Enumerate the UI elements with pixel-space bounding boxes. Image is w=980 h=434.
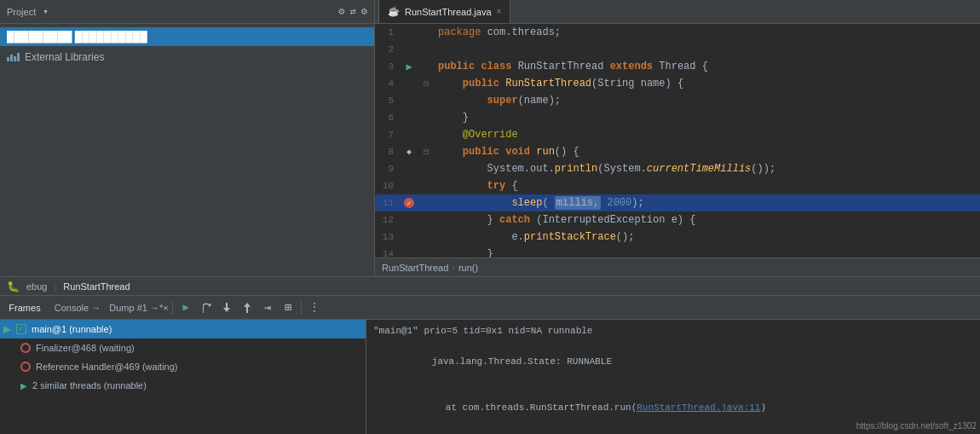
- external-libraries-label: External Libraries: [25, 51, 104, 63]
- sidebar-highlighted-item[interactable]: █████████ ██████████: [0, 27, 374, 46]
- step-out-icon: [240, 301, 254, 315]
- console-at-1-prefix: at com.threads.RunStartThread.run(: [418, 402, 637, 413]
- run-icon-3: ▶: [406, 61, 412, 73]
- gear2-icon[interactable]: ⚙: [361, 5, 367, 18]
- filter-icon: F: [16, 324, 26, 334]
- thread-waiting-icon-finalizer: [20, 343, 31, 353]
- frame-similar-text: 2 similar threads (runnable): [32, 380, 147, 391]
- code-content-11: sleep( millis, 2000);: [435, 197, 644, 209]
- debug-separator-1: |: [54, 281, 56, 292]
- code-line-7: 7 @Override: [375, 126, 980, 143]
- code-content-1: package com.threads;: [435, 26, 561, 38]
- console-link-run[interactable]: RunStartThread.java:11: [637, 402, 760, 413]
- green-arrow-icon: ▶: [3, 323, 11, 335]
- fold-icon-8: ⊟: [424, 147, 429, 157]
- frame-item-reference-handler[interactable]: Reference Handler@469 (waiting): [0, 357, 366, 376]
- settings-icon[interactable]: ⚙: [338, 5, 344, 18]
- console-tab[interactable]: Console →: [48, 299, 107, 316]
- fold-icon-4: ⊟: [424, 78, 429, 89]
- step-into-icon: [220, 301, 233, 315]
- evaluate-button[interactable]: ⊞: [279, 299, 297, 316]
- code-editor: 1 package com.threads; 2 3 ▶ public clas…: [375, 24, 980, 276]
- frame-item-finalizer[interactable]: Finalizer@468 (waiting): [0, 339, 366, 357]
- toolbar-sep-1: [172, 301, 173, 315]
- debug-point-icon-8: ◆: [406, 147, 412, 157]
- thread-waiting-icon-refhandler: [20, 362, 31, 372]
- debug-icon: 🐛: [7, 281, 20, 292]
- code-line-10: 10 try {: [375, 177, 980, 194]
- line-num-12: 12: [375, 215, 401, 225]
- code-lines: 1 package com.threads; 2 3 ▶ public clas…: [375, 24, 980, 258]
- main-area: █████████ ██████████ External Libraries …: [0, 24, 980, 276]
- debug-toolbar: Frames Console → Dump #1 →*× ▶ ⇥ ⊞ ⋮: [0, 296, 980, 320]
- frames-tab[interactable]: Frames: [3, 299, 46, 316]
- code-content-5: super(name);: [435, 95, 561, 107]
- sidebar: █████████ ██████████ External Libraries: [0, 24, 375, 276]
- code-content-4: public RunStartThread(String name) {: [435, 78, 683, 90]
- bar-chart-icon: [7, 53, 20, 61]
- debug-content: ▶ F main@1 (runnable) Finalizer@468 (wai…: [0, 320, 980, 434]
- frame-refhandler-text: Reference Handler@469 (waiting): [36, 362, 177, 372]
- code-line-3: 3 ▶ public class RunStartThread extends …: [375, 58, 980, 75]
- project-title: Project: [7, 7, 36, 17]
- code-content-9: System.out.println(System.currentTimeMil…: [435, 163, 775, 175]
- run-cursor-button[interactable]: ⇥: [258, 299, 277, 316]
- line-num-2: 2: [375, 44, 401, 55]
- line-num-1: 1: [375, 27, 401, 38]
- watermark: https://blog.csdn.net/soft_z1302: [856, 420, 977, 432]
- project-icons: ⚙ ⇄ ⚙: [338, 5, 367, 18]
- fold-4: ⊟: [418, 78, 435, 89]
- code-line-13: 13 e.printStackTrace();: [375, 229, 980, 246]
- gutter-3: ▶: [401, 61, 418, 73]
- code-line-6: 6 }: [375, 109, 980, 126]
- runstartthread-tab[interactable]: RunStartThread: [63, 281, 130, 292]
- breadcrumb-class: RunStartThread: [382, 263, 448, 273]
- line-num-8: 8: [375, 147, 401, 157]
- step-into-button[interactable]: [217, 299, 236, 316]
- breadcrumb: RunStartThread › run(): [375, 258, 980, 276]
- console-at-1-suffix: ): [760, 402, 766, 413]
- line-num-7: 7: [375, 130, 401, 140]
- dump-tab[interactable]: Dump #1 →*×: [109, 299, 169, 316]
- project-dropdown-icon[interactable]: ▾: [43, 6, 49, 17]
- tab-close-button[interactable]: ×: [497, 7, 502, 16]
- code-line-1: 1 package com.threads;: [375, 24, 980, 41]
- line-num-14: 14: [375, 249, 401, 258]
- debug-title-bar: 🐛 ebug | RunStartThread: [0, 277, 980, 296]
- code-line-4: 4 ⊟ public RunStartThread(String name) {: [375, 75, 980, 92]
- line-num-9: 9: [375, 164, 401, 174]
- sync-icon[interactable]: ⇄: [350, 5, 356, 18]
- project-panel: Project ▾ ⚙ ⇄ ⚙: [0, 0, 375, 23]
- breadcrumb-separator: ›: [452, 263, 455, 273]
- code-content-13: e.printStackTrace();: [435, 231, 634, 243]
- frame-finalizer-text: Finalizer@468 (waiting): [36, 343, 135, 353]
- code-line-9: 9 System.out.println(System.currentTimeM…: [375, 160, 980, 177]
- code-line-12: 12 } catch (InterruptedException e) {: [375, 211, 980, 229]
- gutter-11: ✓: [401, 198, 418, 208]
- tab-bar: ☕ RunStartThread.java ×: [375, 0, 980, 23]
- sidebar-item-external-libraries[interactable]: External Libraries: [0, 48, 374, 67]
- breadcrumb-method: run(): [458, 263, 478, 273]
- line-num-10: 10: [375, 181, 401, 191]
- gutter-8: ◆: [401, 147, 418, 157]
- step-over-button[interactable]: [197, 299, 216, 316]
- watermark-text: https://blog.csdn.net/soft_z1302: [856, 421, 977, 431]
- console-line-2: java.lang.Thread.State: RUNNABLE: [373, 339, 973, 385]
- svg-rect-0: [203, 311, 204, 313]
- line-num-6: 6: [375, 113, 401, 123]
- line-num-5: 5: [375, 95, 401, 106]
- frame-item-similar-threads[interactable]: ▶ 2 similar threads (runnable): [0, 376, 366, 395]
- svg-rect-2: [246, 306, 248, 313]
- file-tab-runstartthread[interactable]: ☕ RunStartThread.java ×: [378, 0, 510, 23]
- frame-item-main[interactable]: ▶ F main@1 (runnable): [0, 320, 366, 339]
- breakpoint-11: ✓: [404, 198, 414, 208]
- sidebar-highlighted-text: █████████ ██████████: [7, 31, 147, 43]
- more-button[interactable]: ⋮: [305, 299, 324, 316]
- step-out-button[interactable]: [238, 299, 257, 316]
- run-arrow-icon: ▶: [20, 381, 27, 391]
- line-num-3: 3: [375, 61, 401, 72]
- code-line-8: 8 ◆ ⊟ public void run() {: [375, 143, 980, 160]
- code-line-5: 5 super(name);: [375, 92, 980, 109]
- toolbar-sep-2: [301, 301, 302, 315]
- resume-button[interactable]: ▶: [176, 299, 195, 316]
